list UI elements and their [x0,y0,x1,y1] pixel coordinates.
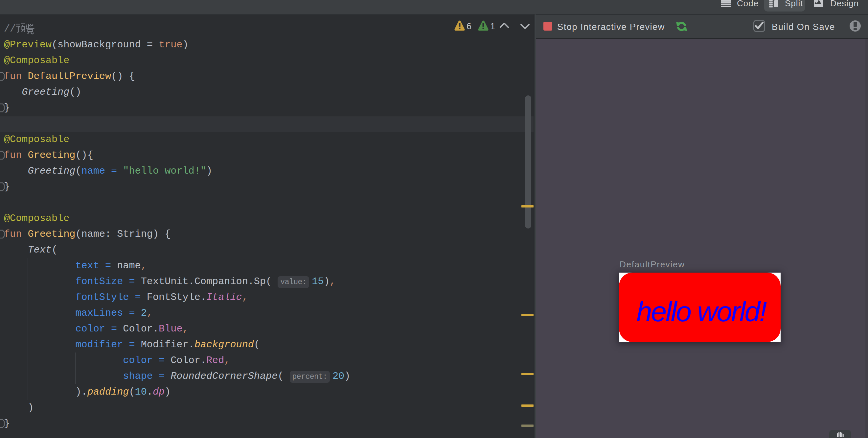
svg-text:1: 1 [490,21,495,31]
svg-text:6: 6 [467,21,471,31]
